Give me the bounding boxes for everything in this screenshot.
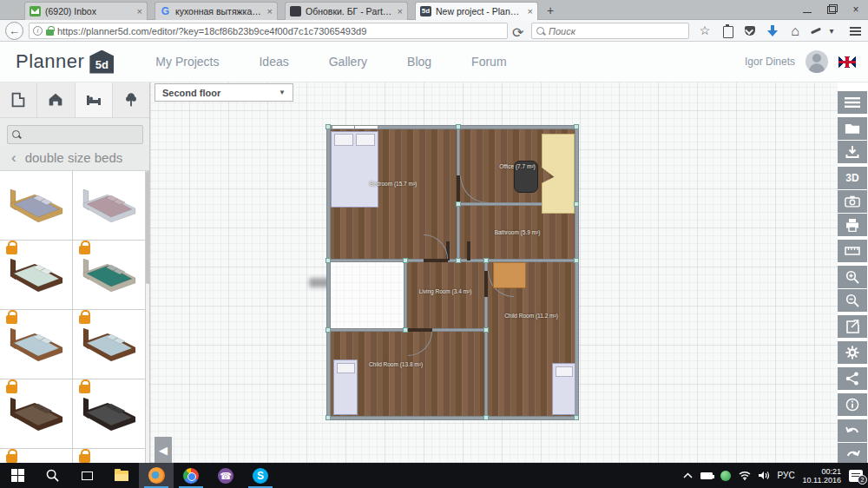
room-living[interactable] <box>405 260 486 330</box>
start-button[interactable] <box>0 463 35 488</box>
print-button[interactable] <box>838 214 867 236</box>
catalog-item-bed[interactable] <box>0 310 73 379</box>
window-restore-button[interactable] <box>819 0 844 19</box>
nav-gallery[interactable]: Gallery <box>329 55 367 69</box>
redo-button[interactable] <box>838 443 867 463</box>
new-tab-button[interactable]: + <box>547 3 554 17</box>
pocket-icon[interactable] <box>741 23 759 39</box>
notification-center-icon[interactable]: 2 <box>849 470 863 482</box>
catalog-item-bed[interactable] <box>0 449 73 463</box>
bookmark-star-icon[interactable]: ☆ <box>696 23 713 39</box>
corner-handle[interactable] <box>403 258 408 263</box>
outdoor-tool-button[interactable] <box>113 82 150 118</box>
window-close-button[interactable]: × <box>844 0 868 19</box>
tab-google-search[interactable]: G кухонная вытяжка с засл... × <box>155 2 278 20</box>
firefox-taskbar-button[interactable] <box>139 463 174 488</box>
panel-collapse-button[interactable]: ◀ <box>155 437 172 463</box>
floor-selector-dropdown[interactable]: Second floor ▼ <box>155 83 293 102</box>
home-icon[interactable]: ⌂ <box>786 23 804 39</box>
planner5d-logo[interactable]: Planner 5d <box>16 50 114 74</box>
corner-handle[interactable] <box>456 124 461 129</box>
tab-forum[interactable]: Обновки. БГ - Part 7 - Ст... × <box>285 2 408 20</box>
catalog-item-bed[interactable] <box>0 241 73 310</box>
catalog-item-bed[interactable] <box>0 171 73 241</box>
corner-handle[interactable] <box>483 327 489 333</box>
nav-forum[interactable]: Forum <box>471 55 506 69</box>
corner-handle[interactable] <box>326 258 331 263</box>
wifi-icon[interactable] <box>739 471 751 480</box>
zoom-out-button[interactable] <box>838 289 867 312</box>
url-bar[interactable]: i https://planner5d.com/editor/?key=18cf… <box>29 23 508 39</box>
3d-view-button[interactable]: 3D <box>838 167 867 189</box>
category-header[interactable]: ‹ double size beds <box>0 145 150 171</box>
catalog-item-bed[interactable] <box>73 171 146 241</box>
bed-child-bottom[interactable] <box>333 359 358 415</box>
task-view-button[interactable] <box>69 463 104 488</box>
corner-handle[interactable] <box>574 124 579 129</box>
settings-button[interactable] <box>838 341 867 364</box>
catalog-item-bed[interactable] <box>73 449 146 463</box>
floorplan-tool-button[interactable] <box>0 82 37 118</box>
browser-search-input[interactable] <box>549 26 661 36</box>
corner-handle[interactable] <box>574 201 579 207</box>
share-button[interactable] <box>838 367 867 390</box>
chrome-taskbar-button[interactable] <box>174 463 208 488</box>
corner-handle[interactable] <box>326 415 331 420</box>
tab-close-icon[interactable]: × <box>267 6 273 16</box>
editor-menu-button[interactable] <box>838 91 867 114</box>
corner-handle[interactable] <box>574 415 579 420</box>
snapshot-button[interactable] <box>838 190 867 213</box>
corner-handle[interactable] <box>483 415 489 420</box>
skype-taskbar-button[interactable]: S <box>243 463 278 488</box>
clock[interactable]: 00:21 10.11.2016 <box>803 467 841 485</box>
bed-bedroom[interactable] <box>331 131 378 208</box>
back-button[interactable]: ← <box>5 22 23 40</box>
measure-button[interactable] <box>838 240 867 262</box>
user-name[interactable]: Igor Dinets <box>745 56 795 68</box>
corner-handle[interactable] <box>403 327 408 333</box>
volume-icon[interactable] <box>759 471 770 480</box>
browser-search-bar[interactable] <box>531 23 689 39</box>
nav-my-projects[interactable]: My Projects <box>155 55 219 69</box>
battery-icon[interactable] <box>700 472 713 479</box>
tab-planner5d-active[interactable]: 5d New project - Planner 5D × <box>415 2 538 20</box>
editor-canvas[interactable]: Second floor ▼ <box>150 82 838 463</box>
dresser[interactable] <box>493 262 526 288</box>
back-chevron-icon[interactable]: ‹ <box>11 149 16 167</box>
door[interactable] <box>424 259 448 262</box>
wall[interactable] <box>326 416 579 420</box>
corner-handle[interactable] <box>456 201 461 207</box>
tab-close-icon[interactable]: × <box>137 6 142 16</box>
downloads-icon[interactable] <box>764 23 781 39</box>
url-text[interactable]: https://planner5d.com/editor/?key=18cf86… <box>57 26 503 36</box>
door[interactable] <box>457 175 460 205</box>
catalog-item-bed[interactable] <box>73 379 146 449</box>
projects-folder-button[interactable] <box>838 117 867 140</box>
wall-dark[interactable] <box>467 241 470 260</box>
window[interactable] <box>332 125 378 129</box>
info-button[interactable] <box>838 393 867 416</box>
save-download-button[interactable] <box>838 141 867 163</box>
catalog-search-input[interactable] <box>25 129 129 140</box>
undo-button[interactable] <box>838 419 867 442</box>
viber-taskbar-button[interactable]: ☎ <box>208 463 243 488</box>
bed-child-right[interactable] <box>552 363 575 415</box>
nav-ideas[interactable]: Ideas <box>259 55 288 69</box>
tray-app-icon[interactable] <box>720 471 731 481</box>
corner-handle[interactable] <box>326 124 331 129</box>
toolbar-caret-icon[interactable]: ▾ <box>823 23 840 39</box>
corner-handle[interactable] <box>574 258 579 263</box>
language-flag-icon[interactable] <box>838 56 856 68</box>
language-indicator[interactable]: РУС <box>778 471 795 480</box>
room-unfinished[interactable] <box>328 260 405 330</box>
furniture-tool-button[interactable] <box>76 82 113 118</box>
taskbar-search-button[interactable] <box>35 463 69 488</box>
file-explorer-button[interactable] <box>104 463 139 488</box>
window-minimize-button[interactable] <box>795 0 819 19</box>
pen-icon[interactable] <box>807 23 825 39</box>
floor-plan[interactable]: Bedroom (15.7 m²) Office (7.7 m²) Bathro… <box>328 127 577 419</box>
corner-handle[interactable] <box>456 258 461 263</box>
catalog-item-bed[interactable] <box>0 379 73 449</box>
avatar[interactable] <box>806 50 828 73</box>
corner-handle[interactable] <box>326 327 331 333</box>
